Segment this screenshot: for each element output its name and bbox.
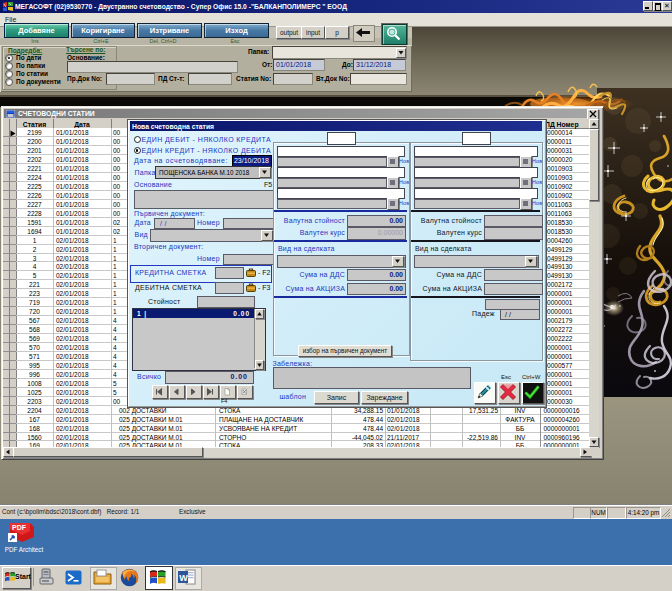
svg-text:W: W <box>179 573 188 583</box>
svg-text:PDF: PDF <box>12 524 27 531</box>
